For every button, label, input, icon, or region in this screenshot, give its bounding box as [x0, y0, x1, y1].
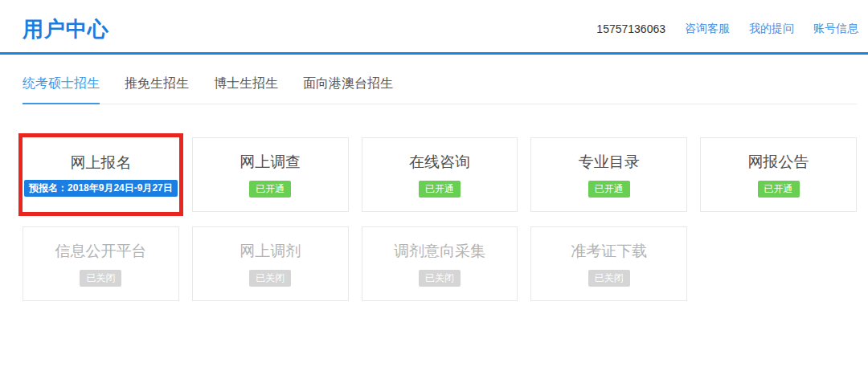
tab-exam-exempt-admission[interactable]: 推免生招生 [125, 75, 189, 104]
phone-number: 15757136063 [596, 22, 665, 35]
card-major-catalog[interactable]: 专业目录 已开通 [530, 137, 687, 212]
status-badge-open: 已开通 [588, 181, 630, 198]
card-title: 信息公开平台 [55, 241, 146, 262]
tab-hk-macao-taiwan-admission[interactable]: 面向港澳台招生 [303, 75, 393, 104]
service-cards-grid: 网上报名 预报名：2018年9月24日-9月27日 网上调查 已开通 在线咨询 … [23, 137, 857, 301]
card-admission-ticket-download[interactable]: 准考证下载 已关闭 [530, 226, 687, 301]
card-title: 专业目录 [579, 152, 640, 173]
card-title: 在线咨询 [409, 152, 470, 173]
card-title: 网上报名 [70, 153, 131, 173]
link-consult-service[interactable]: 咨询客服 [685, 22, 730, 36]
status-badge-closed: 已关闭 [588, 270, 630, 287]
card-online-survey[interactable]: 网上调查 已开通 [192, 137, 349, 212]
card-adjustment-intention-collection[interactable]: 调剂意向采集 已关闭 [362, 226, 518, 301]
status-badge-closed: 已关闭 [249, 270, 291, 287]
card-online-registration[interactable]: 网上报名 预报名：2018年9月24日-9月27日 [18, 133, 183, 216]
card-title: 网上调查 [240, 152, 301, 173]
card-online-consultation[interactable]: 在线咨询 已开通 [362, 137, 518, 212]
card-title: 网报公告 [748, 152, 809, 173]
header-links: 15757136063 咨询客服 我的提问 账号信息 [596, 22, 858, 36]
card-title: 网上调剂 [240, 241, 301, 262]
status-badge-open: 已开通 [758, 181, 800, 198]
status-badge-open: 已开通 [249, 181, 291, 198]
page-title: 用户中心 [23, 15, 109, 43]
link-account-info[interactable]: 账号信息 [813, 22, 858, 36]
tab-unified-masters-admission[interactable]: 统考硕士招生 [23, 75, 100, 104]
tab-doctoral-admission[interactable]: 博士生招生 [214, 75, 278, 104]
header: 用户中心 15757136063 咨询客服 我的提问 账号信息 [0, 0, 868, 43]
card-title: 准考证下载 [571, 241, 647, 262]
status-badge-closed: 已关闭 [80, 270, 121, 287]
card-info-disclosure-platform[interactable]: 信息公开平台 已关闭 [23, 226, 179, 301]
link-my-questions[interactable]: 我的提问 [749, 22, 794, 36]
tab-bar: 统考硕士招生 推免生招生 博士生招生 面向港澳台招生 [23, 75, 857, 104]
card-title: 调剂意向采集 [394, 241, 485, 262]
pre-registration-period-badge: 预报名：2018年9月24日-9月27日 [24, 180, 178, 197]
header-divider [0, 52, 868, 55]
card-online-adjustment[interactable]: 网上调剂 已关闭 [192, 226, 349, 301]
status-badge-open: 已开通 [419, 181, 461, 198]
card-registration-notice[interactable]: 网报公告 已开通 [700, 137, 857, 212]
user-center-page: 用户中心 15757136063 咨询客服 我的提问 账号信息 统考硕士招生 推… [0, 0, 868, 301]
status-badge-closed: 已关闭 [419, 270, 461, 287]
